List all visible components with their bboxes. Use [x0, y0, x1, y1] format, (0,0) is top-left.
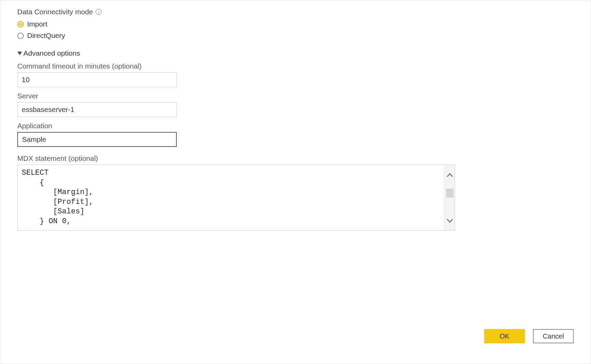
radio-import-label: Import — [27, 20, 47, 28]
radio-button-icon — [17, 33, 24, 39]
timeout-input[interactable] — [17, 72, 177, 87]
info-icon[interactable]: i — [96, 9, 102, 15]
scroll-down-icon[interactable] — [447, 217, 453, 224]
application-input[interactable] — [17, 132, 177, 147]
connectivity-mode-heading: Data Connectivity mode i — [17, 8, 574, 16]
scroll-up-icon[interactable] — [447, 171, 453, 178]
mdx-scrollbar[interactable] — [444, 165, 455, 230]
server-label: Server — [17, 92, 574, 100]
mdx-textarea-container: SELECT { [Margin], [Profit], [Sales] } O… — [17, 165, 455, 231]
radio-directquery[interactable]: DirectQuery — [17, 32, 574, 40]
dialog-button-row: OK Cancel — [484, 329, 574, 343]
timeout-label: Command timeout in minutes (optional) — [17, 62, 574, 70]
connection-dialog: Data Connectivity mode i Import DirectQu… — [0, 0, 591, 364]
cancel-button[interactable]: Cancel — [533, 329, 574, 343]
chevron-down-icon — [17, 52, 22, 55]
connectivity-mode-radio-group: Import DirectQuery — [17, 20, 574, 40]
ok-button[interactable]: OK — [484, 329, 525, 343]
radio-directquery-label: DirectQuery — [27, 32, 65, 40]
server-input[interactable] — [17, 102, 177, 117]
application-label: Application — [17, 122, 574, 130]
advanced-options-toggle[interactable]: Advanced options — [17, 49, 574, 57]
radio-import[interactable]: Import — [17, 20, 574, 28]
advanced-options-label: Advanced options — [23, 49, 80, 57]
mdx-textarea[interactable]: SELECT { [Margin], [Profit], [Sales] } O… — [18, 165, 444, 230]
mdx-label: MDX statement (optional) — [17, 154, 574, 162]
connectivity-mode-label: Data Connectivity mode — [17, 8, 93, 16]
scroll-thumb[interactable] — [446, 189, 454, 197]
radio-button-icon — [17, 21, 24, 27]
